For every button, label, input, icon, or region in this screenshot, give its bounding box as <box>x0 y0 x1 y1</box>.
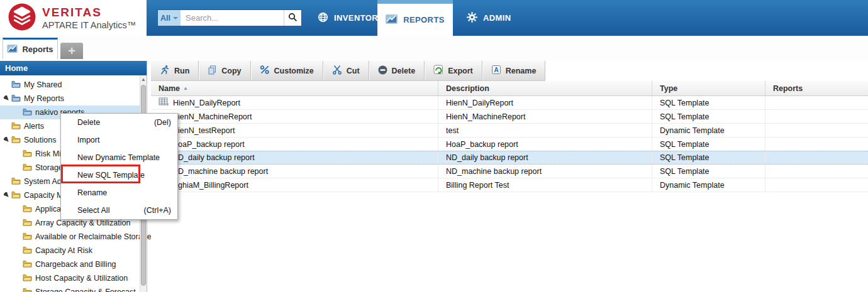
folder-yellow-icon <box>11 136 21 145</box>
chart-icon <box>386 14 398 26</box>
sidebar-title: Home <box>0 61 147 75</box>
sidebar-item-storage-forecast[interactable]: Storage Capacity & Forecast <box>0 285 147 292</box>
folder-yellow-icon <box>23 260 32 269</box>
sidebar-item-available-storage[interactable]: Available or Reclaimable Storage <box>0 230 147 244</box>
chevron-down-icon <box>173 17 178 19</box>
global-search: All <box>157 9 302 26</box>
globe-icon <box>318 12 328 24</box>
sidebar-item-chargeback[interactable]: Chargeback and Billing <box>0 257 147 271</box>
customize-icon <box>260 65 270 77</box>
run-icon <box>160 65 170 77</box>
table-row[interactable]: HienN_MachineReport HienN_MachineReport … <box>151 110 868 124</box>
folder-yellow-icon <box>11 191 21 200</box>
menu-item-new-dynamic-template[interactable]: New Dynamic Template <box>61 149 177 166</box>
main-panel: Run Copy Customize Cut Delete Export <box>151 61 868 292</box>
svg-text:T: T <box>167 103 169 106</box>
folder-yellow-icon <box>23 163 32 173</box>
new-tab-button[interactable]: + <box>60 43 83 59</box>
expanded-node-icon[interactable] <box>4 136 9 144</box>
folder-yellow-icon <box>11 122 21 131</box>
cut-icon <box>332 65 342 77</box>
delete-icon <box>378 65 387 77</box>
table-row[interactable]: ND_machine backup report ND_machine back… <box>151 165 868 178</box>
chart-icon <box>7 45 18 55</box>
nav-admin[interactable]: ADMIN <box>467 0 511 36</box>
customize-button[interactable]: Customize <box>251 61 323 80</box>
sidebar-item-host-capacity[interactable]: Host Capacity & Utilization <box>0 271 147 285</box>
scroll-up-icon[interactable]: ▲ <box>140 75 147 84</box>
brand: VERITAS APTARE IT Analytics™ <box>0 0 147 36</box>
sql-template-icon: T <box>159 97 169 108</box>
copy-icon <box>208 65 217 77</box>
copy-button[interactable]: Copy <box>199 61 250 80</box>
toolbar: Run Copy Customize Cut Delete Export <box>151 61 545 81</box>
sidebar-item-my-reports[interactable]: My Reports <box>0 92 147 105</box>
search-icon <box>288 13 298 24</box>
table-header: Name ▲ Description Type Reports <box>151 81 868 96</box>
tab-reports[interactable]: Reports <box>3 38 58 59</box>
context-menu: Delete (Del) Import New Dynamic Template… <box>60 113 178 220</box>
folder-yellow-icon <box>23 274 32 283</box>
table-row-selected[interactable]: ND_daily backup report ND_daily backup r… <box>151 151 868 165</box>
export-icon <box>433 65 443 77</box>
nav-inventory[interactable]: INVENTORY <box>318 0 384 36</box>
folder-yellow-icon <box>23 232 32 242</box>
run-button[interactable]: Run <box>151 61 199 80</box>
app-window: VERITAS APTARE IT Analytics™ All <box>0 0 868 292</box>
nav-reports[interactable]: REPORTS <box>377 0 453 36</box>
brand-name: VERITAS <box>42 6 136 18</box>
app-header: VERITAS APTARE IT Analytics™ All <box>0 0 868 36</box>
folder-yellow-icon <box>11 177 21 187</box>
svg-text:A: A <box>494 67 498 73</box>
menu-item-rename[interactable]: Rename <box>61 184 177 202</box>
sidebar-item-my-shared[interactable]: My Shared <box>0 78 147 92</box>
column-header-reports[interactable]: Reports <box>765 81 868 95</box>
column-header-type[interactable]: Type <box>652 81 765 95</box>
tab-strip: Reports + <box>0 36 868 61</box>
sort-asc-icon: ▲ <box>183 85 188 91</box>
folder-blue-icon <box>11 94 21 104</box>
search-button[interactable] <box>284 10 301 26</box>
table-row[interactable]: NghiaM_BillingReport Billing Report Test… <box>151 178 868 192</box>
cut-button[interactable]: Cut <box>323 61 369 80</box>
rename-icon: A <box>491 65 501 77</box>
rename-button[interactable]: A Rename <box>482 61 546 80</box>
folder-yellow-icon <box>23 149 32 159</box>
table-row[interactable]: HoaP_backup report HoaP_backup report SQ… <box>151 138 868 151</box>
column-header-name[interactable]: Name ▲ <box>151 81 438 95</box>
folder-yellow-icon <box>23 219 32 228</box>
table-body: T HienN_DailyReport HienN_DailyReport SQ… <box>151 96 868 192</box>
menu-item-select-all[interactable]: Select All (Ctrl+A) <box>61 202 177 219</box>
export-button[interactable]: Export <box>425 61 482 80</box>
table-row[interactable]: T HienN_DailyReport HienN_DailyReport SQ… <box>151 96 868 110</box>
folder-yellow-icon <box>23 288 32 292</box>
expanded-node-icon[interactable] <box>4 94 9 103</box>
folder-yellow-icon <box>23 205 32 214</box>
expanded-node-icon[interactable] <box>4 191 9 200</box>
gear-icon <box>467 12 477 24</box>
search-scope-dropdown[interactable]: All <box>158 10 181 26</box>
folder-blue-icon <box>23 108 32 117</box>
menu-item-import[interactable]: Import <box>61 131 177 149</box>
veritas-logo <box>8 3 36 34</box>
brand-product: APTARE IT Analytics™ <box>42 20 136 30</box>
search-input[interactable] <box>181 10 284 26</box>
sidebar-item-capacity-at-risk[interactable]: Capacity At Risk <box>0 244 147 257</box>
folder-blue-icon <box>11 80 21 90</box>
menu-item-delete[interactable]: Delete (Del) <box>61 114 177 131</box>
delete-button[interactable]: Delete <box>369 61 425 80</box>
folder-yellow-icon <box>23 246 32 256</box>
column-header-description[interactable]: Description <box>438 81 652 95</box>
menu-item-new-sql-template[interactable]: New SQL Template <box>61 166 177 184</box>
table-row[interactable]: HienN_testReport test Dynamic Template <box>151 124 868 138</box>
